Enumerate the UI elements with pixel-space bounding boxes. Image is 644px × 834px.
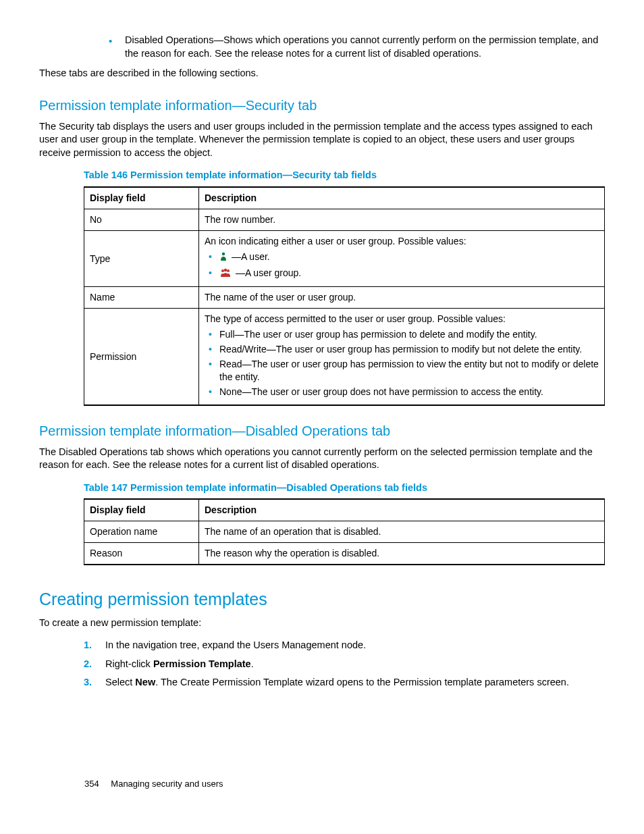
table-row: Reason The reason why the operation is d… xyxy=(84,543,605,565)
page-number: 354 xyxy=(84,779,99,789)
table-147: Display field Description Operation name… xyxy=(84,498,605,565)
step-3: 3. Select New. The Create Permission Tem… xyxy=(84,676,605,689)
step-post: . xyxy=(251,658,254,669)
type-value-user: —A user. xyxy=(206,251,599,265)
table-header-desc: Description xyxy=(199,499,605,521)
table-row: Name The name of the user or user group. xyxy=(84,287,605,309)
step-pre: Select xyxy=(105,677,135,687)
steps-list: 1. In the navigation tree, expand the Us… xyxy=(84,639,605,689)
table-row: No The row number. xyxy=(84,209,605,230)
step-pre: Right-click xyxy=(105,658,153,669)
intro-following-text: These tabs are described in the followin… xyxy=(39,67,605,80)
page-footer: 354 Managing security and users xyxy=(84,778,223,790)
table-header-field: Display field xyxy=(84,499,199,521)
heading-security-tab: Permission template information—Security… xyxy=(39,97,605,115)
heading-creating-templates: Creating permission templates xyxy=(39,588,605,611)
heading-disabled-ops-tab: Permission template information—Disabled… xyxy=(39,422,605,440)
security-tab-para: The Security tab displays the users and … xyxy=(39,120,605,160)
table-row: Type An icon indicating either a user or… xyxy=(84,230,605,287)
cell-desc: The name of an operation that is disable… xyxy=(199,521,605,543)
table-header-row: Display field Description xyxy=(84,187,605,209)
svg-point-2 xyxy=(227,269,230,272)
footer-title: Managing security and users xyxy=(111,779,223,789)
cell-field: Reason xyxy=(84,543,199,565)
perm-full: Full—The user or user group has permissi… xyxy=(206,328,599,341)
type-values-list: —A user. —A user gr xyxy=(205,251,599,281)
svg-point-0 xyxy=(222,252,225,255)
creating-intro: To create a new permission template: xyxy=(39,617,605,630)
intro-bullet-text: Disabled Operations—Shows which operatio… xyxy=(125,34,598,59)
table-146: Display field Description No The row num… xyxy=(84,186,605,406)
user-icon xyxy=(219,252,227,265)
table-147-caption: Table 147 Permission template informatin… xyxy=(84,481,605,495)
table-row: Operation name The name of an operation … xyxy=(84,521,605,543)
type-value-user-text: —A user. xyxy=(232,251,270,262)
cell-field: Operation name xyxy=(84,521,199,543)
step-text: In the navigation tree, expand the Users… xyxy=(105,640,366,650)
cell-desc: The type of access permitted to the user… xyxy=(199,309,605,405)
user-group-icon xyxy=(219,268,232,281)
table-146-caption: Table 146 Permission template informatio… xyxy=(84,169,605,182)
table-header-desc: Description xyxy=(199,187,605,209)
step-bold: Permission Template xyxy=(153,658,251,669)
perm-rw: Read/Write—The user or user group has pe… xyxy=(206,343,599,356)
svg-point-1 xyxy=(221,269,224,272)
type-value-group: —A user group. xyxy=(206,267,599,281)
perm-intro: The type of access permitted to the user… xyxy=(205,313,506,324)
perm-none: None—The user or user group does not hav… xyxy=(206,386,599,398)
intro-bullet-item: Disabled Operations—Shows which operatio… xyxy=(103,34,605,60)
type-intro: An icon indicating either a user or user… xyxy=(205,236,466,246)
step-bold: New xyxy=(135,677,155,687)
cell-field: Permission xyxy=(84,309,199,405)
step-num: 1. xyxy=(84,639,92,652)
step-num: 3. xyxy=(84,676,92,689)
step-post: . The Create Permission Template wizard … xyxy=(155,677,569,687)
cell-desc: An icon indicating either a user or user… xyxy=(199,230,605,287)
perm-read: Read—The user or user group has permissi… xyxy=(206,358,599,384)
perm-values-list: Full—The user or user group has permissi… xyxy=(205,328,599,398)
type-value-group-text: —A user group. xyxy=(236,267,301,278)
table-header-row: Display field Description xyxy=(84,499,605,521)
table-row: Permission The type of access permitted … xyxy=(84,309,605,405)
table-header-field: Display field xyxy=(84,187,199,209)
step-1: 1. In the navigation tree, expand the Us… xyxy=(84,639,605,652)
cell-field: Name xyxy=(84,287,199,309)
step-num: 2. xyxy=(84,658,92,671)
cell-desc: The name of the user or user group. xyxy=(199,287,605,309)
disabled-ops-para: The Disabled Operations tab shows which … xyxy=(39,446,605,472)
cell-desc: The row number. xyxy=(199,209,605,230)
cell-field: No xyxy=(84,209,199,230)
step-2: 2. Right-click Permission Template. xyxy=(84,658,605,671)
cell-field: Type xyxy=(84,230,199,287)
svg-point-3 xyxy=(224,268,227,271)
intro-bullet-list: Disabled Operations—Shows which operatio… xyxy=(39,34,605,60)
cell-desc: The reason why the operation is disabled… xyxy=(199,543,605,565)
